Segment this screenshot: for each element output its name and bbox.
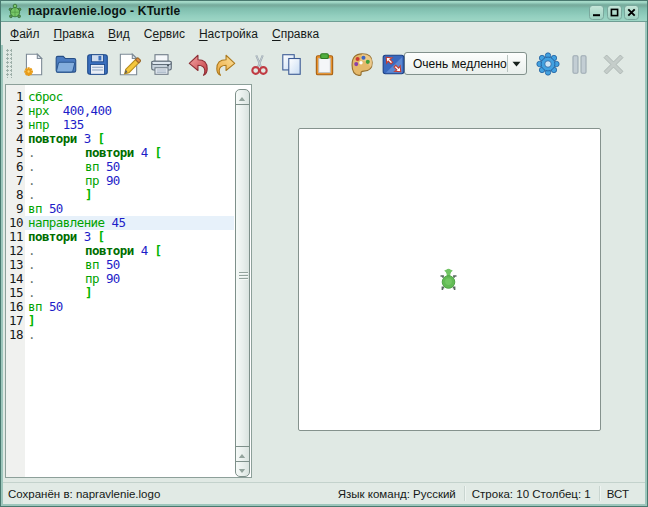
code-text: .повтори 4 [ [25,146,234,160]
code-token-num: 4 [141,243,155,258]
toolbar-drag-handle[interactable] [6,49,12,78]
code-token-cmd: нрх [28,103,63,118]
run-button[interactable] [534,50,562,78]
minimize-button[interactable] [589,5,604,20]
maximize-button[interactable] [607,5,622,20]
code-token-tab: . [28,146,85,160]
code-line-12[interactable]: 12.повтори 4 [ [6,244,234,258]
code-line-5[interactable]: 5.повтори 4 [ [6,146,234,160]
code-token-br: ] [85,187,92,202]
code-token-cmd: нпр [28,117,63,132]
code-lines: 1сброс2нрх 400,4003нпр 1354повтори 3 [5.… [6,90,234,342]
arrow-down-icon [239,462,246,476]
code-line-14[interactable]: 14.пр 90 [6,272,234,286]
code-text: нрх 400,400 [25,104,234,118]
code-editor[interactable]: 1сброс2нрх 400,4003нпр 1354повтори 3 [5.… [5,84,252,478]
code-text: .повтори 4 [ [25,244,234,258]
stop-button[interactable] [599,50,627,78]
code-token-num: 135 [63,117,84,132]
pause-button[interactable] [565,50,593,78]
close-button[interactable] [624,5,639,20]
save-button[interactable] [83,50,111,78]
code-line-13[interactable]: 13.вп 50 [6,258,234,272]
status-insert-mode: ВСТ [599,483,645,504]
code-token-br: [ [155,145,162,160]
code-line-3[interactable]: 3нпр 135 [6,118,234,132]
code-line-10[interactable]: 10направление 45 [6,216,234,230]
line-number: 18 [6,328,25,342]
code-line-8[interactable]: 8.] [6,188,234,202]
menubar: ФайлПравкаВидСервисНастройкаСправка [1,22,645,45]
line-number: 11 [6,230,25,244]
code-line-15[interactable]: 15.] [6,286,234,300]
code-token-num: 50 [106,257,120,272]
status-cursor-position: Строка: 10 Столбец: 1 [464,483,599,504]
run-speed-select[interactable]: Очень медленно [404,52,527,75]
line-number: 10 [6,216,25,230]
code-line-16[interactable]: 16вп 50 [6,300,234,314]
code-token-cmd: направление [28,215,111,230]
code-text: .пр 90 [25,174,234,188]
scrollbar-thumb[interactable] [235,104,250,447]
code-text: . [25,328,234,342]
redo-button[interactable] [211,50,239,78]
code-token-cmd: вп [28,201,49,216]
combo-dropdown-icon[interactable] [508,61,526,67]
code-line-11[interactable]: 11повтори 3 [ [6,230,234,244]
editor-scrollbar[interactable] [235,89,251,477]
cut-button[interactable] [245,50,273,78]
code-text: .] [25,188,234,202]
menu-справка[interactable]: Справка [265,27,326,41]
print-button[interactable] [147,50,175,78]
code-text: .] [25,286,234,300]
code-line-18[interactable]: 18. [6,328,234,342]
main-area: 1сброс2нрх 400,4003нпр 1354повтори 3 [5.… [3,82,645,482]
paste-button[interactable] [310,50,338,78]
code-line-17[interactable]: 17] [6,314,234,328]
menu-сервис[interactable]: Сервис [137,27,192,41]
code-token-cmd: пр [85,173,106,188]
open-file-button[interactable] [52,50,80,78]
code-token-num: 4 [141,145,155,160]
copy-button[interactable] [278,50,306,78]
fullscreen-button[interactable] [380,50,408,78]
code-line-4[interactable]: 4повтори 3 [ [6,132,234,146]
line-number: 4 [6,132,25,146]
run-speed-value: Очень медленно [405,57,507,71]
code-text: ] [25,314,234,328]
code-line-6[interactable]: 6.вп 50 [6,160,234,174]
titlebar[interactable]: napravlenie.logo - KTurtle [1,1,647,22]
color-picker-button[interactable] [348,50,376,78]
code-token-cmd: вп [28,299,49,314]
code-text: нпр 135 [25,118,234,132]
app-window: napravlenie.logo - KTurtle ФайлПравкаВид… [0,0,648,507]
menu-вид[interactable]: Вид [101,27,137,41]
save-icon [85,52,110,77]
line-number: 14 [6,272,25,286]
menu-настройка[interactable]: Настройка [192,27,265,41]
code-token-kw: повтори [85,243,141,258]
code-token-num: 400,400 [63,103,112,118]
menu-файл[interactable]: Файл [3,27,47,41]
code-line-1[interactable]: 1сброс [6,90,234,104]
code-token-num: 50 [49,201,63,216]
undo-button[interactable] [184,50,212,78]
line-number: 6 [6,160,25,174]
code-text: повтори 3 [ [25,132,234,146]
code-line-2[interactable]: 2нрх 400,400 [6,104,234,118]
code-text: вп 50 [25,202,234,216]
redo-icon [213,52,238,77]
scrollbar-down-button[interactable] [235,461,250,477]
pause-icon [567,52,592,77]
scrollbar-up-button[interactable] [235,89,250,105]
code-line-7[interactable]: 7.пр 90 [6,174,234,188]
scrollbar-grip-icon [239,272,248,280]
code-token-num: 45 [111,215,125,230]
code-line-9[interactable]: 9вп 50 [6,202,234,216]
save-as-button[interactable] [115,50,143,78]
turtle-canvas[interactable] [298,128,601,431]
scrollbar-up-button-2[interactable] [235,446,250,462]
undo-icon [186,52,211,77]
new-file-button[interactable] [20,50,48,78]
menu-правка[interactable]: Правка [47,27,102,41]
